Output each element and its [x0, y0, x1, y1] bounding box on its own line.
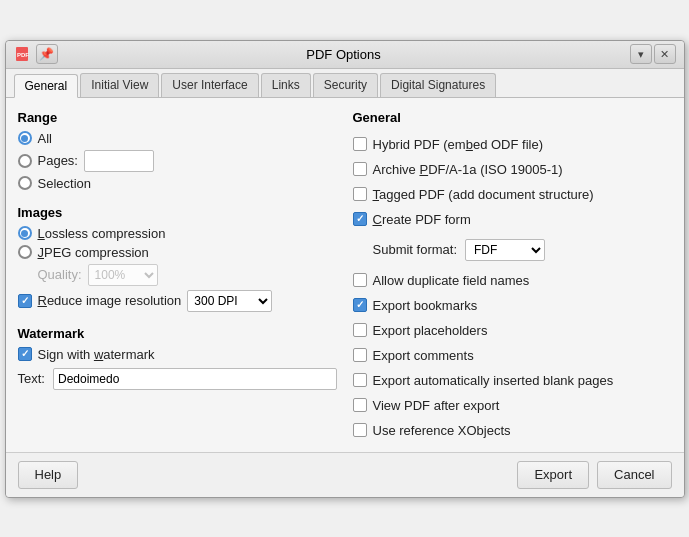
export-comments-checkbox[interactable] [353, 348, 367, 362]
right-column: General Hybrid PDF (embed ODF file) Arch… [353, 110, 672, 440]
quality-row: Quality: 100% [18, 262, 337, 288]
create-pdf-form-checkbox[interactable] [353, 212, 367, 226]
view-pdf-label: View PDF after export [373, 398, 500, 413]
pages-input[interactable] [84, 150, 154, 172]
main-content: Range All Pages: Selection Images [6, 98, 684, 452]
range-selection-row: Selection [18, 174, 337, 193]
watermark-section: Watermark Sign with watermark Text: [18, 326, 337, 390]
jpeg-label: JPEG compression [38, 245, 149, 260]
watermark-text-label: Text: [18, 371, 45, 386]
range-section: Range All Pages: Selection [18, 110, 337, 193]
general-title: General [353, 110, 672, 125]
use-reference-checkbox[interactable] [353, 423, 367, 437]
minimize-button[interactable]: ▾ [630, 44, 652, 64]
svg-text:PDF: PDF [17, 52, 29, 58]
view-pdf-checkbox[interactable] [353, 398, 367, 412]
pin-button[interactable]: 📌 [36, 44, 58, 64]
sign-watermark-label: Sign with watermark [38, 347, 155, 362]
cancel-label: Cancel [614, 467, 654, 482]
tab-initial-view[interactable]: Initial View [80, 73, 159, 97]
archive-pdf-checkbox[interactable] [353, 162, 367, 176]
hybrid-pdf-checkbox[interactable] [353, 137, 367, 151]
close-button[interactable]: ✕ [654, 44, 676, 64]
quality-select[interactable]: 100% [88, 264, 158, 286]
app-icon: PDF [14, 46, 30, 62]
jpeg-radio[interactable] [18, 245, 32, 259]
use-reference-row: Use reference XObjects [353, 421, 672, 440]
tagged-pdf-label: Tagged PDF (add document structure) [373, 187, 594, 202]
dpi-select[interactable]: 300 DPI 150 DPI 600 DPI [187, 290, 272, 312]
view-pdf-row: View PDF after export [353, 396, 672, 415]
range-selection-radio[interactable] [18, 176, 32, 190]
archive-pdf-row: Archive PDF/A-1a (ISO 19005-1) [353, 160, 672, 179]
watermark-text-input[interactable] [53, 368, 337, 390]
cancel-button[interactable]: Cancel [597, 461, 671, 489]
tabs-row: General Initial View User Interface Link… [6, 69, 684, 98]
export-comments-row: Export comments [353, 346, 672, 365]
submit-format-select[interactable]: FDF PDF HTML XML [465, 239, 545, 261]
range-pages-radio[interactable] [18, 154, 32, 168]
use-reference-label: Use reference XObjects [373, 423, 511, 438]
reduce-checkbox[interactable] [18, 294, 32, 308]
export-bookmarks-label: Export bookmarks [373, 298, 478, 313]
tab-digital-signatures[interactable]: Digital Signatures [380, 73, 496, 97]
export-comments-label: Export comments [373, 348, 474, 363]
lossless-label: Lossless compression [38, 226, 166, 241]
submit-format-row: Submit format: FDF PDF HTML XML [373, 239, 672, 261]
export-bookmarks-row: Export bookmarks [353, 296, 672, 315]
export-blank-pages-checkbox[interactable] [353, 373, 367, 387]
jpeg-row: JPEG compression [18, 243, 337, 262]
range-title: Range [18, 110, 337, 125]
range-pages-row: Pages: [18, 148, 337, 174]
images-section: Images Lossless compression JPEG compres… [18, 205, 337, 314]
range-all-label: All [38, 131, 52, 146]
range-pages-label: Pages: [38, 153, 78, 168]
sign-watermark-row: Sign with watermark [18, 345, 337, 364]
titlebar-center: PDF Options [58, 47, 630, 62]
tagged-pdf-checkbox[interactable] [353, 187, 367, 201]
watermark-title: Watermark [18, 326, 337, 341]
titlebar: PDF 📌 PDF Options ▾ ✕ [6, 41, 684, 69]
window-title: PDF Options [306, 47, 380, 62]
submit-format-label: Submit format: [373, 242, 458, 257]
export-button[interactable]: Export [517, 461, 589, 489]
export-placeholders-label: Export placeholders [373, 323, 488, 338]
titlebar-left: PDF 📌 [14, 44, 58, 64]
lossless-radio[interactable] [18, 226, 32, 240]
tab-user-interface[interactable]: User Interface [161, 73, 258, 97]
lossless-row: Lossless compression [18, 224, 337, 243]
footer: Help Export Cancel [6, 452, 684, 497]
export-bookmarks-checkbox[interactable] [353, 298, 367, 312]
titlebar-controls: ▾ ✕ [630, 44, 676, 64]
reduce-row: Reduce image resolution 300 DPI 150 DPI … [18, 288, 337, 314]
help-label: Help [35, 467, 62, 482]
hybrid-pdf-row: Hybrid PDF (embed ODF file) [353, 135, 672, 154]
archive-pdf-label: Archive PDF/A-1a (ISO 19005-1) [373, 162, 563, 177]
hybrid-pdf-label: Hybrid PDF (embed ODF file) [373, 137, 544, 152]
reduce-label: Reduce image resolution [38, 293, 182, 308]
help-button[interactable]: Help [18, 461, 79, 489]
footer-right: Export Cancel [517, 461, 671, 489]
export-placeholders-checkbox[interactable] [353, 323, 367, 337]
create-pdf-form-label: Create PDF form [373, 212, 471, 227]
export-placeholders-row: Export placeholders [353, 321, 672, 340]
range-all-radio[interactable] [18, 131, 32, 145]
allow-duplicate-checkbox[interactable] [353, 273, 367, 287]
left-column: Range All Pages: Selection Images [18, 110, 337, 440]
tab-links[interactable]: Links [261, 73, 311, 97]
range-all-row: All [18, 129, 337, 148]
range-selection-label: Selection [38, 176, 91, 191]
tagged-pdf-row: Tagged PDF (add document structure) [353, 185, 672, 204]
sign-watermark-checkbox[interactable] [18, 347, 32, 361]
images-title: Images [18, 205, 337, 220]
export-blank-pages-label: Export automatically inserted blank page… [373, 373, 614, 388]
export-blank-pages-row: Export automatically inserted blank page… [353, 371, 672, 390]
create-pdf-form-row: Create PDF form [353, 210, 672, 229]
tab-general[interactable]: General [14, 74, 79, 98]
quality-label: Quality: [38, 267, 82, 282]
tab-security[interactable]: Security [313, 73, 378, 97]
allow-duplicate-row: Allow duplicate field names [353, 271, 672, 290]
watermark-text-row: Text: [18, 368, 337, 390]
export-label: Export [534, 467, 572, 482]
pdf-options-window: PDF 📌 PDF Options ▾ ✕ General Initial Vi… [5, 40, 685, 498]
